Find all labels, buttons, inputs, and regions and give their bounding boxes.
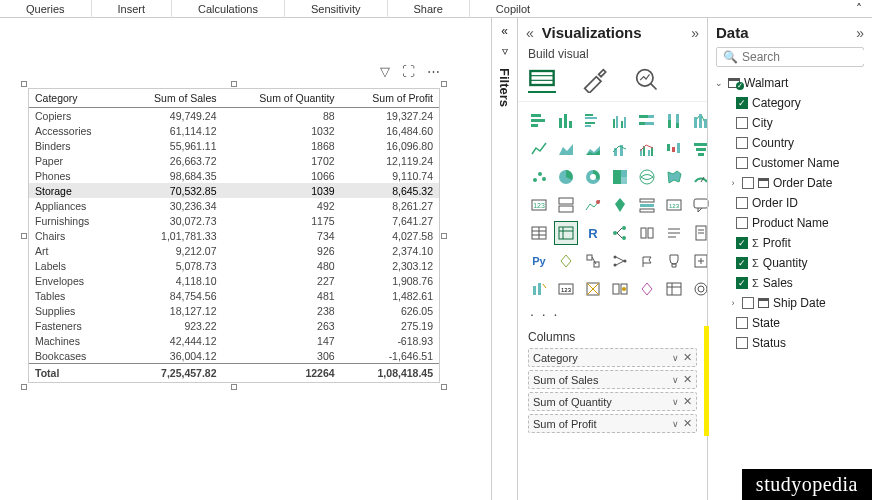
field-item[interactable]: ✓Category (714, 93, 866, 113)
field-well-quantity[interactable]: Sum of Quantity ∨ ✕ (528, 392, 697, 411)
ribbon-collapse-icon[interactable]: ˄ (846, 2, 872, 16)
r-visual-icon[interactable]: R (582, 222, 604, 244)
field-well-profit[interactable]: Sum of Profit ∨ ✕ (528, 414, 697, 433)
expand-viz-icon[interactable]: » (691, 25, 699, 41)
power-automate-icon[interactable] (582, 250, 604, 272)
pie-icon[interactable] (555, 166, 577, 188)
treemap-icon[interactable] (609, 166, 631, 188)
scatter-icon[interactable] (528, 166, 550, 188)
table-visual[interactable]: ▽ ⛶ ⋯ Category Sum of Sales Sum of Quant… (28, 88, 440, 383)
format-visual-tab[interactable] (580, 65, 608, 93)
col-header-sales[interactable]: Sum of Sales (122, 89, 223, 108)
chevron-down-icon[interactable]: ∨ (672, 397, 679, 407)
chevron-down-icon[interactable]: ∨ (672, 353, 679, 363)
table-row[interactable]: Paper26,663.72170212,119.24 (29, 153, 439, 168)
expand-data-icon[interactable]: » (856, 25, 864, 41)
table-row[interactable]: Envelopes4,118.102271,908.76 (29, 273, 439, 288)
ribbon-tab-share[interactable]: Share (387, 0, 469, 18)
table-row[interactable]: Supplies18,127.12238626.05 (29, 303, 439, 318)
field-item[interactable]: ✓ΣProfit (714, 233, 866, 253)
sankey-icon[interactable] (609, 250, 631, 272)
checkbox[interactable] (736, 337, 748, 349)
power-apps-icon[interactable] (555, 250, 577, 272)
stacked-bar-icon[interactable] (528, 110, 550, 132)
donut-icon[interactable] (582, 166, 604, 188)
expand-filters-icon[interactable]: « (501, 24, 508, 38)
table-row[interactable]: Art9,212.079262,374.10 (29, 243, 439, 258)
filter-icon[interactable]: ▽ (380, 64, 390, 79)
matrix-table[interactable]: Category Sum of Sales Sum of Quantity Su… (28, 88, 440, 383)
col-header-category[interactable]: Category (29, 89, 122, 108)
table-row[interactable]: Copiers49,749.248819,327.24 (29, 108, 439, 124)
table-row[interactable]: Chairs1,01,781.337344,027.58 (29, 228, 439, 243)
area-chart-icon[interactable] (555, 138, 577, 160)
field-item[interactable]: Product Name (714, 213, 866, 233)
field-item[interactable]: Order ID (714, 193, 866, 213)
chevron-down-icon[interactable]: ∨ (672, 375, 679, 385)
kpi-icon[interactable] (582, 194, 604, 216)
table-row[interactable]: Phones98,684.3510669,110.74 (29, 168, 439, 183)
viz-extra-2-icon[interactable]: 123 (555, 278, 577, 300)
field-well-category[interactable]: Category ∨ ✕ (528, 348, 697, 367)
text-slicer-icon[interactable]: 123 (663, 194, 685, 216)
field-item[interactable]: Status (714, 333, 866, 353)
filled-map-icon[interactable] (663, 166, 685, 188)
more-options-icon[interactable]: ⋯ (427, 64, 440, 79)
clustered-bar-icon[interactable] (582, 110, 604, 132)
table-row[interactable]: Bookcases36,004.12306-1,646.51 (29, 348, 439, 364)
field-item[interactable]: Customer Name (714, 153, 866, 173)
waterfall-icon[interactable] (663, 138, 685, 160)
viz-extra-4-icon[interactable] (609, 278, 631, 300)
ribbon-tab-copilot[interactable]: Copilot (469, 0, 556, 18)
checkbox[interactable] (736, 317, 748, 329)
filters-pane-collapsed[interactable]: « ▿ Filters (491, 18, 517, 500)
chevron-down-icon[interactable]: ∨ (672, 419, 679, 429)
chevron-right-icon[interactable]: › (728, 178, 738, 188)
checkbox[interactable]: ✓ (736, 97, 748, 109)
chevron-down-icon[interactable]: ⌄ (714, 78, 724, 88)
azure-map-icon[interactable] (609, 194, 631, 216)
remove-field-icon[interactable]: ✕ (683, 373, 692, 386)
matrix-icon[interactable] (555, 222, 577, 244)
field-item[interactable]: ✓ΣSales (714, 273, 866, 293)
field-well-sales[interactable]: Sum of Sales ∨ ✕ (528, 370, 697, 389)
line-chart-icon[interactable] (528, 138, 550, 160)
build-visual-tab[interactable] (528, 65, 556, 93)
checkbox[interactable] (736, 217, 748, 229)
chevron-right-icon[interactable]: › (728, 298, 738, 308)
table-row[interactable]: Appliances30,236.344928,261.27 (29, 198, 439, 213)
decomposition-icon[interactable] (609, 222, 631, 244)
checkbox[interactable]: ✓ (736, 257, 748, 269)
table-row[interactable]: Furnishings30,072.7311757,641.27 (29, 213, 439, 228)
checkbox[interactable] (736, 197, 748, 209)
viz-extra-3-icon[interactable] (582, 278, 604, 300)
table-row[interactable]: Fasteners923.22263275.19 (29, 318, 439, 333)
search-fields-input[interactable]: 🔍 (716, 47, 864, 67)
field-item[interactable]: ›Ship Date (714, 293, 866, 313)
remove-field-icon[interactable]: ✕ (683, 417, 692, 430)
table-row[interactable]: Labels5,078.734802,303.12 (29, 258, 439, 273)
stacked-column-100-icon[interactable] (663, 110, 685, 132)
stacked-bar-100-icon[interactable] (636, 110, 658, 132)
field-item[interactable]: State (714, 313, 866, 333)
table-row[interactable]: Binders55,961.11186816,096.80 (29, 138, 439, 153)
checkbox[interactable]: ✓ (736, 277, 748, 289)
ribbon-tab-insert[interactable]: Insert (91, 0, 172, 18)
collapse-viz-icon[interactable]: « (526, 25, 534, 41)
stacked-column-icon[interactable] (555, 110, 577, 132)
slicer-icon[interactable] (636, 194, 658, 216)
field-item[interactable]: ›Order Date (714, 173, 866, 193)
search-input[interactable] (742, 50, 872, 64)
clustered-column-icon[interactable] (609, 110, 631, 132)
multi-row-card-icon[interactable] (555, 194, 577, 216)
viz-more-button[interactable]: · · · (518, 304, 707, 324)
table-row[interactable]: Storage70,532.8510398,645.32 (29, 183, 439, 198)
field-item[interactable]: Country (714, 133, 866, 153)
stacked-area-icon[interactable] (582, 138, 604, 160)
table-icon[interactable] (528, 222, 550, 244)
analytics-tab[interactable] (632, 65, 660, 93)
col-header-quantity[interactable]: Sum of Quantity (223, 89, 341, 108)
viz-extra-1-icon[interactable] (528, 278, 550, 300)
checkbox[interactable]: ✓ (736, 237, 748, 249)
ribbon-tab-sensitivity[interactable]: Sensitivity (284, 0, 387, 18)
